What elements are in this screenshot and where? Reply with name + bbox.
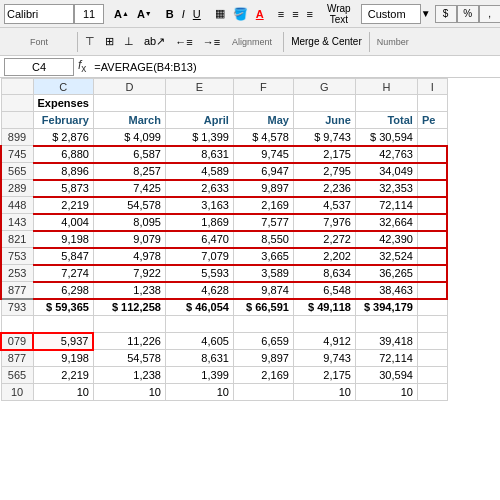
indent-decrease-btn[interactable]: ←≡ (171, 32, 196, 52)
table-cell[interactable] (417, 265, 447, 282)
table-cell[interactable]: $ 2,876 (33, 129, 93, 146)
dollar-btn[interactable]: $ (435, 5, 457, 23)
merge-center-btn[interactable]: Merge & Center (287, 32, 366, 52)
table-cell[interactable] (417, 163, 447, 180)
table-cell[interactable]: 2,202 (293, 248, 355, 265)
table-cell[interactable]: $ 1,399 (165, 129, 233, 146)
table-cell[interactable]: 32,353 (355, 180, 417, 197)
border-btn[interactable]: ▦ (211, 4, 229, 24)
bottom-cell[interactable]: 9,897 (233, 350, 293, 367)
feb-header[interactable]: February (33, 112, 93, 129)
bottom-cell[interactable]: 4,912 (293, 333, 355, 350)
pe-header[interactable]: Pe (417, 112, 447, 129)
bottom-cell[interactable] (417, 367, 447, 384)
table-cell[interactable]: 6,587 (93, 146, 165, 163)
table-cell[interactable] (417, 129, 447, 146)
table-cell[interactable]: 42,390 (355, 231, 417, 248)
total-header[interactable]: Total (355, 112, 417, 129)
table-cell[interactable]: 8,634 (293, 265, 355, 282)
table-cell[interactable]: 2,633 (165, 180, 233, 197)
table-cell[interactable]: 2,169 (233, 197, 293, 214)
fill-btn[interactable]: 🪣 (229, 4, 252, 24)
table-cell[interactable]: $ 9,743 (293, 129, 355, 146)
bold-btn[interactable]: B (162, 4, 178, 24)
table-cell[interactable]: 2,175 (293, 146, 355, 163)
bottom-cell[interactable]: 30,594 (355, 367, 417, 384)
table-cell[interactable]: 9,198 (33, 231, 93, 248)
table-cell[interactable]: 4,589 (165, 163, 233, 180)
table-cell[interactable]: 8,095 (93, 214, 165, 231)
total-cell[interactable] (417, 299, 447, 316)
align-right-btn[interactable]: ≡ (303, 4, 317, 24)
bottom-cell[interactable]: 9,743 (293, 350, 355, 367)
comma-btn[interactable]: , (479, 5, 500, 23)
align-bottom-btn[interactable]: ⊥ (120, 32, 138, 52)
table-cell[interactable]: 3,163 (165, 197, 233, 214)
bottom-cell[interactable]: 39,418 (355, 333, 417, 350)
table-cell[interactable]: 2,219 (33, 197, 93, 214)
april-header[interactable]: April (165, 112, 233, 129)
march-header[interactable]: March (93, 112, 165, 129)
wrap-text-btn[interactable]: Wrap Text (323, 4, 355, 24)
number-format-dropdown[interactable]: Custom (361, 4, 421, 24)
total-cell[interactable]: $ 394,179 (355, 299, 417, 316)
align-middle-btn[interactable]: ⊞ (101, 32, 118, 52)
table-cell[interactable]: 2,236 (293, 180, 355, 197)
bottom-cell[interactable]: 10 (355, 384, 417, 401)
bottom-cell[interactable]: 1,238 (93, 367, 165, 384)
table-cell[interactable]: 36,265 (355, 265, 417, 282)
table-cell[interactable] (417, 146, 447, 163)
table-cell[interactable]: 6,470 (165, 231, 233, 248)
table-cell[interactable]: 1,869 (165, 214, 233, 231)
number-format-arrow[interactable]: ▼ (421, 8, 431, 19)
bottom-cell[interactable]: 2,175 (293, 367, 355, 384)
total-cell[interactable]: $ 112,258 (93, 299, 165, 316)
table-cell[interactable]: 34,049 (355, 163, 417, 180)
col-f-header[interactable]: F (233, 79, 293, 95)
table-cell[interactable]: 6,947 (233, 163, 293, 180)
total-cell[interactable]: $ 46,054 (165, 299, 233, 316)
bottom-cell[interactable]: 10 (165, 384, 233, 401)
table-cell[interactable]: 7,425 (93, 180, 165, 197)
table-cell[interactable]: 6,548 (293, 282, 355, 299)
percent-btn[interactable]: % (457, 5, 479, 23)
table-cell[interactable]: 7,922 (93, 265, 165, 282)
table-cell[interactable]: 9,745 (233, 146, 293, 163)
table-cell[interactable] (417, 231, 447, 248)
table-cell[interactable]: 7,976 (293, 214, 355, 231)
table-cell[interactable]: 3,589 (233, 265, 293, 282)
table-cell[interactable]: 8,550 (233, 231, 293, 248)
bottom-cell[interactable]: 2,219 (33, 367, 93, 384)
total-cell[interactable]: $ 59,365 (33, 299, 93, 316)
table-cell[interactable]: 2,272 (293, 231, 355, 248)
align-left-btn[interactable]: ≡ (274, 4, 288, 24)
font-size-input[interactable] (74, 4, 104, 24)
bottom-cell[interactable]: 2,169 (233, 367, 293, 384)
table-cell[interactable] (417, 180, 447, 197)
june-header[interactable]: June (293, 112, 355, 129)
font-name-input[interactable] (4, 4, 74, 24)
may-header[interactable]: May (233, 112, 293, 129)
align-center-btn[interactable]: ≡ (288, 4, 302, 24)
table-cell[interactable]: 38,463 (355, 282, 417, 299)
bottom-cell[interactable] (417, 333, 447, 350)
table-cell[interactable]: $ 4,099 (93, 129, 165, 146)
table-cell[interactable]: $ 4,578 (233, 129, 293, 146)
table-cell[interactable]: 7,274 (33, 265, 93, 282)
decrease-font-btn[interactable]: A▼ (133, 4, 156, 24)
table-cell[interactable]: $ 30,594 (355, 129, 417, 146)
table-cell[interactable]: 9,897 (233, 180, 293, 197)
table-cell[interactable] (417, 282, 447, 299)
table-cell[interactable]: 7,577 (233, 214, 293, 231)
table-cell[interactable]: 8,896 (33, 163, 93, 180)
table-cell[interactable]: 32,524 (355, 248, 417, 265)
col-e-header[interactable]: E (165, 79, 233, 95)
align-top-btn[interactable]: ⊤ (81, 32, 99, 52)
table-cell[interactable]: 54,578 (93, 197, 165, 214)
table-cell[interactable]: 3,665 (233, 248, 293, 265)
table-cell[interactable] (417, 197, 447, 214)
table-cell[interactable]: 72,114 (355, 197, 417, 214)
table-cell[interactable] (417, 248, 447, 265)
table-cell[interactable]: 4,628 (165, 282, 233, 299)
table-cell[interactable]: 42,763 (355, 146, 417, 163)
